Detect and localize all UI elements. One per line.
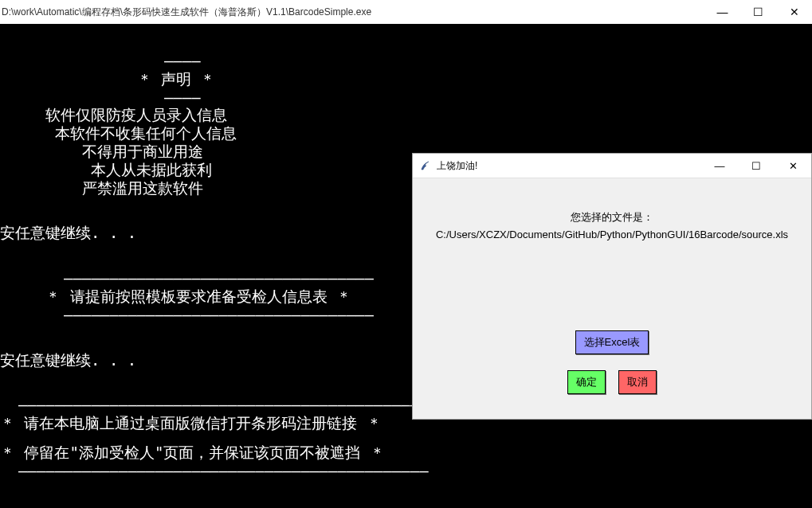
selected-file-label: 您选择的文件是： bbox=[571, 211, 653, 223]
console-line: 本软件不收集任何个人信息 bbox=[0, 124, 812, 143]
dialog-window: 上饶加油! — ☐ ✕ 您选择的文件是：C:/Users/XCZX/Docume… bbox=[412, 153, 812, 420]
minimize-button[interactable]: — bbox=[704, 0, 740, 24]
close-button[interactable]: ✕ bbox=[776, 0, 812, 24]
confirm-row: 确定 取消 bbox=[413, 370, 811, 394]
maximize-button[interactable]: ☐ bbox=[740, 0, 776, 24]
dialog-body: 您选择的文件是：C:/Users/XCZX/Documents/GitHub/P… bbox=[413, 178, 811, 244]
main-title-text: D:\work\Automatic\编程存档\条形码快速生成软件（海普洛斯）V1… bbox=[2, 6, 371, 19]
console-line: ＊ 停留在"添加受检人"页面，并保证该页面不被遮挡 ＊ bbox=[0, 444, 812, 462]
select-row: 选择Excel表 bbox=[413, 330, 811, 354]
select-excel-button[interactable]: 选择Excel表 bbox=[575, 330, 649, 354]
dialog-title-text: 上饶加油! bbox=[437, 159, 477, 173]
main-titlebar[interactable]: D:\work\Automatic\编程存档\条形码快速生成软件（海普洛斯）V1… bbox=[0, 0, 812, 24]
dialog-close-button[interactable]: ✕ bbox=[775, 154, 811, 178]
dialog-maximize-button[interactable]: ☐ bbox=[738, 154, 775, 178]
console-line: 软件仅限防疫人员录入信息 bbox=[0, 106, 812, 124]
main-window-controls: — ☐ ✕ bbox=[704, 0, 812, 24]
console-line: ＊ 声明 ＊ bbox=[0, 70, 812, 88]
cancel-button[interactable]: 取消 bbox=[618, 370, 657, 394]
tk-feather-icon bbox=[419, 159, 432, 172]
console-line: ———— bbox=[0, 88, 812, 107]
console-line: ———— bbox=[0, 52, 812, 70]
ok-button[interactable]: 确定 bbox=[567, 370, 606, 394]
selected-file-path: C:/Users/XCZX/Documents/GitHub/Python/Py… bbox=[436, 229, 788, 240]
dialog-window-controls: — ☐ ✕ bbox=[701, 154, 811, 178]
dialog-titlebar[interactable]: 上饶加油! — ☐ ✕ bbox=[413, 154, 811, 178]
console-separator: ————————————————————————————————————————… bbox=[0, 462, 812, 480]
dialog-minimize-button[interactable]: — bbox=[701, 154, 738, 178]
